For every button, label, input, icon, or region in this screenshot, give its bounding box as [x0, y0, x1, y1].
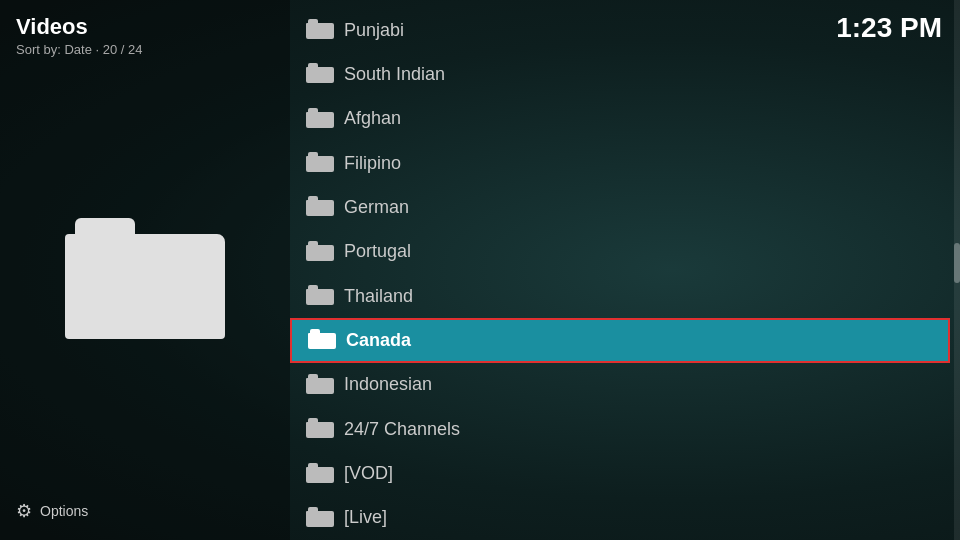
item-label-thailand: Thailand	[344, 286, 413, 307]
item-label-german: German	[344, 197, 409, 218]
clock: 1:23 PM	[836, 12, 942, 44]
item-label-portugal: Portugal	[344, 241, 411, 262]
list-item-german[interactable]: German	[290, 185, 950, 229]
left-panel: Videos Sort by: Date · 20 / 24 ⚙ Options	[0, 0, 290, 540]
item-label-punjabi: Punjabi	[344, 20, 404, 41]
list-item-filipino[interactable]: Filipino	[290, 141, 950, 185]
folder-icon-german	[306, 196, 334, 218]
folder-body-german	[306, 200, 334, 216]
scrollbar[interactable]	[954, 0, 960, 540]
item-label-afghan: Afghan	[344, 108, 401, 129]
item-label-live: [Live]	[344, 507, 387, 528]
panel-header: Videos Sort by: Date · 20 / 24	[16, 14, 274, 57]
folder-icon-afghan	[306, 108, 334, 130]
folder-body-vod	[306, 467, 334, 483]
folder-body-live	[306, 511, 334, 527]
folder-body-punjabi	[306, 23, 334, 39]
folder-icon-vod	[306, 463, 334, 485]
panel-subtitle: Sort by: Date · 20 / 24	[16, 42, 274, 57]
folder-icon-large	[65, 218, 225, 348]
folder-icon-south-indian	[306, 63, 334, 85]
list-item-afghan[interactable]: Afghan	[290, 97, 950, 141]
item-label-canada: Canada	[346, 330, 411, 351]
folder-icon-canada	[308, 329, 336, 351]
list-item-indonesian[interactable]: Indonesian	[290, 363, 950, 407]
list-container: PunjabiSouth IndianAfghanFilipinoGermanP…	[290, 0, 960, 540]
folder-body-filipino	[306, 156, 334, 172]
folder-icon-thailand	[306, 285, 334, 307]
item-label-vod: [VOD]	[344, 463, 393, 484]
list-item-portugal[interactable]: Portugal	[290, 230, 950, 274]
list-item-live[interactable]: [Live]	[290, 496, 950, 540]
folder-body-thailand	[306, 289, 334, 305]
item-label-filipino: Filipino	[344, 153, 401, 174]
folder-body-canada	[308, 333, 336, 349]
folder-icon-punjabi	[306, 19, 334, 41]
right-panel: 1:23 PM PunjabiSouth IndianAfghanFilipin…	[290, 0, 960, 540]
list-item-south-indian[interactable]: South Indian	[290, 52, 950, 96]
list-item-thailand[interactable]: Thailand	[290, 274, 950, 318]
options-label: Options	[40, 503, 88, 519]
folder-icon-indonesian	[306, 374, 334, 396]
folder-icon-live	[306, 507, 334, 529]
list-item-canada[interactable]: Canada	[290, 318, 950, 363]
folder-body-afghan	[306, 112, 334, 128]
options-icon: ⚙	[16, 500, 32, 522]
panel-title: Videos	[16, 14, 274, 40]
item-label-south-indian: South Indian	[344, 64, 445, 85]
item-label-indonesian: Indonesian	[344, 374, 432, 395]
options-bar[interactable]: ⚙ Options	[16, 492, 274, 526]
folder-body-247-channels	[306, 422, 334, 438]
scrollbar-thumb	[954, 243, 960, 283]
folder-body-portugal	[306, 245, 334, 261]
list-item-247-channels[interactable]: 24/7 Channels	[290, 407, 950, 451]
main-layout: Videos Sort by: Date · 20 / 24 ⚙ Options…	[0, 0, 960, 540]
folder-icon-filipino	[306, 152, 334, 174]
folder-body-south-indian	[306, 67, 334, 83]
folder-body-indonesian	[306, 378, 334, 394]
folder-icon-247-channels	[306, 418, 334, 440]
folder-icon-portugal	[306, 241, 334, 263]
list-item-vod[interactable]: [VOD]	[290, 451, 950, 495]
item-label-247-channels: 24/7 Channels	[344, 419, 460, 440]
folder-preview	[16, 73, 274, 492]
folder-body-large	[65, 234, 225, 339]
